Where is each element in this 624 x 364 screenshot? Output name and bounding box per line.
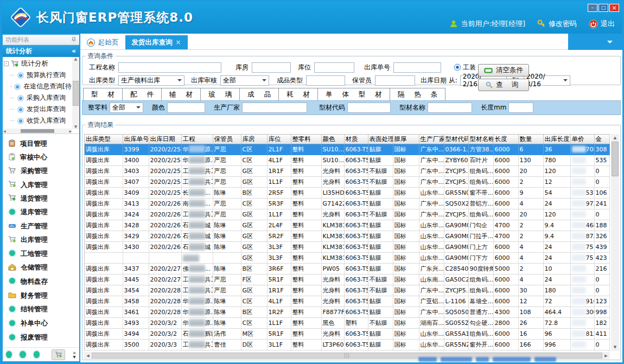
column-header-单价[interactable]: 单价 <box>570 135 594 144</box>
column-header-保管员[interactable]: 保管员 <box>213 135 241 144</box>
table-row[interactable]: 调拨出库34072020/2/25工共工程严思G区1L1F整料光身料6063-T… <box>85 177 610 188</box>
minimize-button[interactable]: – <box>588 4 597 12</box>
tab-home[interactable]: 起始页 <box>80 35 125 49</box>
table-row[interactable]: 调拨出库34612020/2/28华原...陈琳B区1R2F整料F8877FT6… <box>85 307 610 318</box>
maker-input[interactable] <box>242 103 307 113</box>
table-row[interactable]: 调拨出库34292020/2/26石城陈琳G区5R2F整料KLM38176063… <box>85 231 610 242</box>
warehouse-input[interactable] <box>252 62 291 73</box>
tree-item[interactable]: 发货出库查询 <box>4 104 72 115</box>
date-to-select[interactable]: 2020/ 3/16 <box>524 75 570 86</box>
column-header-生产厂家[interactable]: 生产厂家 <box>419 135 444 144</box>
table-row[interactable]: G区3L3F整料KLM38176063-T5贴膜国标山东华...GA90M09.… <box>85 253 610 264</box>
table-row[interactable]: 调拨出库35102020/3/4工共工程陈琳F区5R1F整料光身料6063-T5… <box>85 350 610 352</box>
change-password-link[interactable]: 修改密码 <box>537 19 577 29</box>
whole-piece-select[interactable]: 全部 <box>110 103 143 113</box>
tree-item[interactable]: 采购入库查询 <box>4 92 72 104</box>
material-tab-单体型材[interactable]: 单 体 型 材 <box>318 88 390 100</box>
sidebar-module-财务管理[interactable]: 财务管理 <box>8 291 79 301</box>
tab-list-dropdown-icon[interactable] <box>607 41 613 46</box>
pin-icon[interactable] <box>71 37 77 42</box>
column-header-金[interactable]: 金 <box>594 135 610 144</box>
sidebar-module-出库管理[interactable]: 出库管理 <box>8 235 79 245</box>
column-header-出库长度[interactable]: 出库长度 <box>543 135 570 144</box>
table-row[interactable]: 调拨出库34542020/2/28工共工程严思G区1R1F整料光身料6063-T… <box>85 285 610 296</box>
tree-expand-icon[interactable]: - <box>4 61 9 66</box>
product-type-input[interactable] <box>306 75 345 86</box>
sidebar-module-采购管理[interactable]: 采购管理 <box>8 167 79 176</box>
column-header-出库单号[interactable]: 出库单号 <box>123 135 149 144</box>
tree-vertical-scrollbar[interactable]: ▲▼ <box>72 57 79 129</box>
material-tab-成品[interactable]: 成 品 <box>240 88 279 100</box>
location-input[interactable] <box>314 62 354 73</box>
sidebar-module-报废管理[interactable]: 报废管理 <box>8 333 79 343</box>
sidebar-module-物料盘存[interactable]: 物料盘存 <box>8 277 79 286</box>
table-row[interactable]: 调拨出库35002020/3/3工共工程曹佳D区3L1F整料LT3P606063… <box>85 340 610 350</box>
color-input[interactable] <box>167 103 205 113</box>
table-row[interactable]: 调拨出库34132020/2/26南...严思C区5R3F整料G71422606… <box>85 199 610 209</box>
table-row[interactable]: 调拨出库34092020/2/25长...陈琳B区2R5F整料LI35HD606… <box>85 188 610 199</box>
profile-code-input[interactable] <box>347 103 391 113</box>
audit-select[interactable]: 全部 <box>220 75 269 86</box>
maximize-button[interactable]: □ <box>598 4 608 12</box>
column-header-长度[interactable]: 长度 <box>493 135 518 144</box>
sidebar-module-工地管理[interactable]: 工地管理 <box>8 249 79 259</box>
table-row[interactable]: 调拨出库34452020/2/27工共工程严思F区5R1F整料光身料6063-T… <box>85 274 610 285</box>
tree-item[interactable]: 预算执行查询 <box>4 69 72 81</box>
column-header-整零料[interactable]: 整零料 <box>291 135 321 144</box>
material-tab-隔热条[interactable]: 隔 热 条 <box>390 88 445 100</box>
sidebar-module-入库管理[interactable]: 入库管理 <box>8 181 79 190</box>
column-header-库位[interactable]: 库位 <box>267 135 291 144</box>
module-dot-icon[interactable] <box>20 351 26 358</box>
column-header-数量[interactable]: 数量 <box>518 135 543 144</box>
table-row[interactable]: 调拨出库34302020/2/26石城陈琳G区3L3F整料KLM38176063… <box>85 242 610 253</box>
close-button[interactable]: × <box>609 4 619 12</box>
tree-horizontal-scrollbar[interactable]: ◀▶ <box>3 129 72 133</box>
table-row[interactable]: 调拨出库34582020/2/28华原...陈琳C区4L1F整料光身料6063-… <box>85 296 610 307</box>
material-tab-耗材[interactable]: 耗 材 <box>279 88 318 100</box>
sidebar-module-补单中心[interactable]: 补单中心 <box>8 319 79 329</box>
material-tab-配件[interactable]: 配 件 <box>123 88 162 100</box>
column-header-膜厚[interactable]: 膜厚 <box>393 135 419 144</box>
tab-shipping-outbound-query[interactable]: 发货出库查询 × <box>125 35 188 49</box>
table-row[interactable]: 调拨出库34242020/2/26工共工程严思G区1L1F整料光身料6063-T… <box>85 209 610 220</box>
profile-name-input[interactable] <box>428 103 472 113</box>
column-header-型材代码[interactable]: 型材代码 <box>444 135 468 144</box>
sidebar-module-仓储管理[interactable]: 仓储管理 <box>8 263 79 272</box>
logout-link[interactable]: 退出 <box>589 19 615 29</box>
column-header-库房[interactable]: 库房 <box>241 135 267 144</box>
tree-item[interactable]: 在途信息查询[待 <box>4 81 72 92</box>
keeper-input[interactable] <box>375 75 415 86</box>
table-row[interactable]: 调拨出库34372020/2/27佛...陈琳B区3R6F整料PW056063-… <box>85 264 610 274</box>
search-button[interactable]: 查 询 <box>478 79 529 91</box>
column-header-表面处理[interactable]: 表面处理 <box>368 135 393 144</box>
sidebar-overflow-chevron[interactable]: »▾ <box>73 351 76 359</box>
clear-conditions-button[interactable]: 清空条件 <box>478 64 529 76</box>
length-input[interactable] <box>508 103 533 113</box>
table-row[interactable]: 调拨出库34932020/3/2华原...陈琳C区1L1F整料黑色塑料不贴膜国标… <box>85 318 610 329</box>
sidebar-module-生产管理[interactable]: 生产管理 <box>8 222 79 231</box>
column-header-出库日期[interactable]: 出库日期 <box>149 135 181 144</box>
sidebar-module-审核中心[interactable]: 审核中心 <box>8 153 79 162</box>
order-no-input[interactable] <box>393 62 441 73</box>
column-header-型材名称[interactable]: 型材名称 <box>468 135 493 144</box>
collapse-icon[interactable]: « <box>72 47 76 55</box>
cart-shortcut-button[interactable] <box>52 349 65 360</box>
sidebar-module-项目管理[interactable]: 项目管理 <box>8 139 79 149</box>
column-header-出库类型[interactable]: 出库类型 <box>85 135 123 144</box>
project-name-input[interactable] <box>118 62 221 73</box>
tab-close-icon[interactable]: × <box>176 39 181 46</box>
radio-work[interactable]: 工装 <box>454 63 476 72</box>
material-tab-玻璃[interactable]: 玻 璃 <box>201 88 240 100</box>
table-row[interactable]: 调拨出库34282020/2/26石城陈琳G区2L4F整料KLM38176063… <box>85 220 610 231</box>
table-vertical-scrollbar[interactable]: ▲▼ <box>611 134 619 351</box>
table-row[interactable]: 调拨出库33992020/2/25华原...严思C区2L1F整料SU10...6… <box>85 144 610 155</box>
sidebar-group-header[interactable]: 统计分析 « <box>3 45 79 57</box>
table-row[interactable]: 调拨出库34942020/3/2石辉城汤伟M区5R1F整料光身料6063-T5贴… <box>85 329 610 340</box>
out-type-select[interactable]: 生产领料出库 <box>118 75 184 86</box>
module-dot-icon[interactable] <box>34 351 40 358</box>
sidebar-module-结转管理[interactable]: 结转管理 <box>8 305 79 315</box>
column-header-材质[interactable]: 材质 <box>344 135 368 144</box>
sidebar-module-退库管理[interactable]: 退库管理 <box>8 208 79 218</box>
table-row[interactable]: 调拨出库34032020/2/25工共工程严思G区1R1F整料光身料6063-T… <box>85 166 610 177</box>
column-header-工程[interactable]: 工程 <box>181 135 213 144</box>
